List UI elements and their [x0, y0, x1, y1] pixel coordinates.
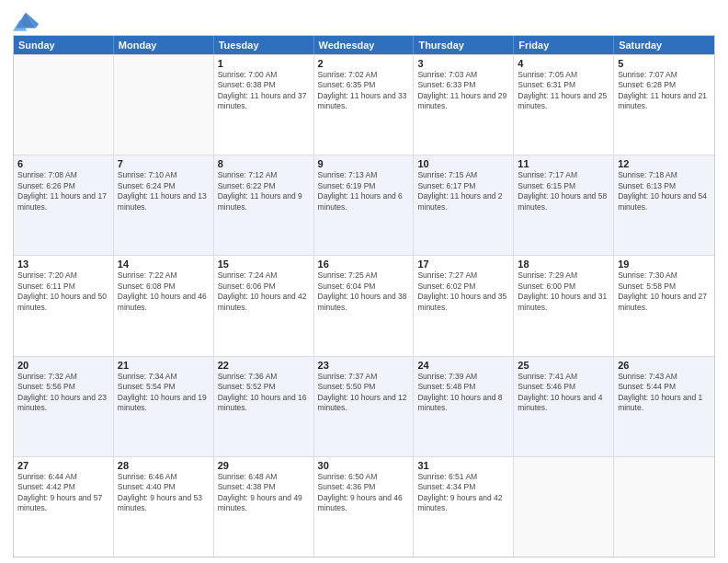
- cell-info: Sunrise: 7:02 AMSunset: 6:35 PMDaylight:…: [318, 70, 410, 112]
- calendar-cell: 25 Sunrise: 7:41 AMSunset: 5:46 PMDaylig…: [514, 357, 614, 456]
- day-number: 15: [218, 259, 310, 270]
- calendar-row-1: 1 Sunrise: 7:00 AMSunset: 6:38 PMDayligh…: [14, 54, 714, 155]
- calendar-cell: 2 Sunrise: 7:02 AMSunset: 6:35 PMDayligh…: [314, 55, 415, 155]
- logo-icon: [13, 9, 39, 31]
- calendar-cell: 19 Sunrise: 7:30 AMSunset: 5:58 PMDaylig…: [614, 256, 714, 355]
- calendar-cell: 12 Sunrise: 7:18 AMSunset: 6:13 PMDaylig…: [614, 155, 714, 255]
- day-number: 20: [17, 360, 109, 371]
- cell-info: Sunrise: 7:41 AMSunset: 5:46 PMDaylight:…: [518, 372, 609, 414]
- header-day-wednesday: Wednesday: [314, 36, 415, 54]
- calendar-cell: 10 Sunrise: 7:15 AMSunset: 6:17 PMDaylig…: [414, 155, 514, 255]
- cell-info: Sunrise: 7:24 AMSunset: 6:06 PMDaylight:…: [218, 270, 310, 313]
- header-day-monday: Monday: [114, 36, 214, 54]
- day-number: 26: [618, 360, 711, 371]
- calendar-cell: 28 Sunrise: 6:46 AMSunset: 4:40 PMDaylig…: [114, 457, 214, 557]
- day-number: 23: [318, 360, 410, 371]
- calendar-row-5: 27 Sunrise: 6:44 AMSunset: 4:42 PMDaylig…: [14, 456, 714, 557]
- cell-info: Sunrise: 7:30 AMSunset: 5:58 PMDaylight:…: [618, 270, 711, 313]
- calendar-row-2: 6 Sunrise: 7:08 AMSunset: 6:26 PMDayligh…: [14, 155, 714, 255]
- day-number: 4: [518, 58, 609, 69]
- day-number: 22: [218, 360, 310, 371]
- cell-info: Sunrise: 7:29 AMSunset: 6:00 PMDaylight:…: [518, 270, 609, 313]
- logo: [13, 9, 42, 31]
- calendar-cell: 13 Sunrise: 7:20 AMSunset: 6:11 PMDaylig…: [14, 256, 114, 355]
- calendar-cell: 20 Sunrise: 7:32 AMSunset: 5:56 PMDaylig…: [14, 357, 114, 456]
- calendar-cell: 11 Sunrise: 7:17 AMSunset: 6:15 PMDaylig…: [514, 155, 614, 255]
- day-number: 12: [618, 158, 711, 169]
- calendar-cell: 4 Sunrise: 7:05 AMSunset: 6:31 PMDayligh…: [514, 55, 614, 155]
- calendar-cell: 3 Sunrise: 7:03 AMSunset: 6:33 PMDayligh…: [414, 55, 514, 155]
- cell-info: Sunrise: 7:17 AMSunset: 6:15 PMDaylight:…: [518, 170, 609, 213]
- calendar: SundayMondayTuesdayWednesdayThursdayFrid…: [13, 35, 715, 557]
- day-number: 7: [118, 158, 210, 169]
- page: SundayMondayTuesdayWednesdayThursdayFrid…: [0, 0, 728, 563]
- calendar-cell: 17 Sunrise: 7:27 AMSunset: 6:02 PMDaylig…: [414, 256, 514, 355]
- calendar-row-3: 13 Sunrise: 7:20 AMSunset: 6:11 PMDaylig…: [14, 255, 714, 355]
- calendar-body: 1 Sunrise: 7:00 AMSunset: 6:38 PMDayligh…: [14, 54, 714, 557]
- calendar-cell: [614, 457, 714, 557]
- cell-info: Sunrise: 6:50 AMSunset: 4:36 PMDaylight:…: [318, 472, 410, 514]
- header-day-tuesday: Tuesday: [214, 36, 314, 54]
- day-number: 28: [118, 460, 210, 471]
- calendar-cell: 27 Sunrise: 6:44 AMSunset: 4:42 PMDaylig…: [14, 457, 114, 557]
- day-number: 9: [318, 158, 410, 169]
- cell-info: Sunrise: 7:22 AMSunset: 6:08 PMDaylight:…: [118, 270, 210, 313]
- calendar-cell: 22 Sunrise: 7:36 AMSunset: 5:52 PMDaylig…: [214, 357, 314, 456]
- cell-info: Sunrise: 7:20 AMSunset: 6:11 PMDaylight:…: [17, 270, 109, 313]
- day-number: 8: [218, 158, 310, 169]
- cell-info: Sunrise: 7:27 AMSunset: 6:02 PMDaylight:…: [417, 270, 509, 313]
- calendar-cell: 21 Sunrise: 7:34 AMSunset: 5:54 PMDaylig…: [114, 357, 214, 456]
- day-number: 30: [318, 460, 410, 471]
- cell-info: Sunrise: 7:08 AMSunset: 6:26 PMDaylight:…: [17, 170, 109, 213]
- cell-info: Sunrise: 6:48 AMSunset: 4:38 PMDaylight:…: [218, 472, 310, 514]
- cell-info: Sunrise: 7:18 AMSunset: 6:13 PMDaylight:…: [618, 170, 711, 213]
- day-number: 24: [417, 360, 509, 371]
- header-day-saturday: Saturday: [614, 36, 714, 54]
- calendar-cell: 7 Sunrise: 7:10 AMSunset: 6:24 PMDayligh…: [114, 155, 214, 255]
- calendar-cell: 30 Sunrise: 6:50 AMSunset: 4:36 PMDaylig…: [314, 457, 415, 557]
- cell-info: Sunrise: 7:00 AMSunset: 6:38 PMDaylight:…: [218, 70, 310, 112]
- cell-info: Sunrise: 6:51 AMSunset: 4:34 PMDaylight:…: [417, 472, 509, 514]
- cell-info: Sunrise: 7:34 AMSunset: 5:54 PMDaylight:…: [118, 372, 210, 414]
- day-number: 1: [218, 58, 310, 69]
- cell-info: Sunrise: 7:37 AMSunset: 5:50 PMDaylight:…: [318, 372, 410, 414]
- day-number: 14: [118, 259, 210, 270]
- calendar-cell: 16 Sunrise: 7:25 AMSunset: 6:04 PMDaylig…: [314, 256, 415, 355]
- calendar-cell: [514, 457, 614, 557]
- cell-info: Sunrise: 7:13 AMSunset: 6:19 PMDaylight:…: [318, 170, 410, 213]
- calendar-cell: 18 Sunrise: 7:29 AMSunset: 6:00 PMDaylig…: [514, 256, 614, 355]
- cell-info: Sunrise: 7:10 AMSunset: 6:24 PMDaylight:…: [118, 170, 210, 213]
- calendar-header: SundayMondayTuesdayWednesdayThursdayFrid…: [14, 36, 714, 54]
- cell-info: Sunrise: 7:32 AMSunset: 5:56 PMDaylight:…: [17, 372, 109, 414]
- calendar-cell: 24 Sunrise: 7:39 AMSunset: 5:48 PMDaylig…: [414, 357, 514, 456]
- header: [13, 9, 715, 31]
- calendar-cell: 14 Sunrise: 7:22 AMSunset: 6:08 PMDaylig…: [114, 256, 214, 355]
- cell-info: Sunrise: 7:03 AMSunset: 6:33 PMDaylight:…: [417, 70, 509, 112]
- day-number: 21: [118, 360, 210, 371]
- calendar-cell: 23 Sunrise: 7:37 AMSunset: 5:50 PMDaylig…: [314, 357, 415, 456]
- day-number: 13: [17, 259, 109, 270]
- cell-info: Sunrise: 7:25 AMSunset: 6:04 PMDaylight:…: [318, 270, 410, 313]
- day-number: 17: [417, 259, 509, 270]
- day-number: 5: [618, 58, 711, 69]
- day-number: 10: [417, 158, 509, 169]
- day-number: 31: [417, 460, 509, 471]
- calendar-cell: 9 Sunrise: 7:13 AMSunset: 6:19 PMDayligh…: [314, 155, 415, 255]
- calendar-cell: 15 Sunrise: 7:24 AMSunset: 6:06 PMDaylig…: [214, 256, 314, 355]
- calendar-cell: 5 Sunrise: 7:07 AMSunset: 6:28 PMDayligh…: [614, 55, 714, 155]
- cell-info: Sunrise: 7:05 AMSunset: 6:31 PMDaylight:…: [518, 70, 609, 112]
- cell-info: Sunrise: 6:46 AMSunset: 4:40 PMDaylight:…: [118, 472, 210, 514]
- header-day-thursday: Thursday: [414, 36, 514, 54]
- day-number: 2: [318, 58, 410, 69]
- header-day-sunday: Sunday: [14, 36, 114, 54]
- cell-info: Sunrise: 7:39 AMSunset: 5:48 PMDaylight:…: [417, 372, 509, 414]
- header-day-friday: Friday: [514, 36, 614, 54]
- calendar-cell: [14, 55, 114, 155]
- cell-info: Sunrise: 7:07 AMSunset: 6:28 PMDaylight:…: [618, 70, 711, 112]
- cell-info: Sunrise: 7:15 AMSunset: 6:17 PMDaylight:…: [417, 170, 509, 213]
- day-number: 27: [17, 460, 109, 471]
- day-number: 6: [17, 158, 109, 169]
- day-number: 19: [618, 259, 711, 270]
- calendar-cell: 8 Sunrise: 7:12 AMSunset: 6:22 PMDayligh…: [214, 155, 314, 255]
- cell-info: Sunrise: 7:43 AMSunset: 5:44 PMDaylight:…: [618, 372, 711, 414]
